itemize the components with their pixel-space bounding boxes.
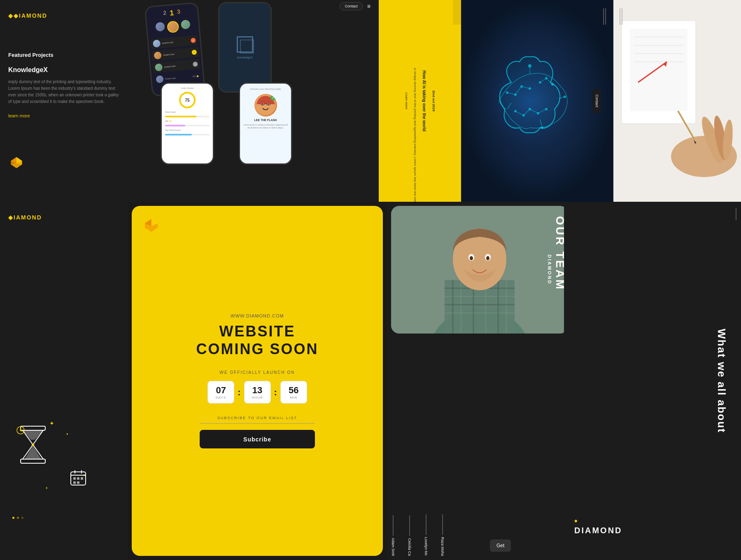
min-label: MIN (290, 396, 297, 399)
subscribe-button[interactable]: Subcribe (200, 430, 315, 448)
team-member-4: Raza Moha (440, 514, 445, 556)
min-count-box: 56 MIN (280, 381, 307, 404)
member-name-2: Ceicilia Ca (408, 538, 412, 556)
member-name-3: Lovelyn Mc (424, 537, 428, 556)
sparkle-star-1: ✦ (49, 420, 54, 427)
avatar-desc-text: Lorem ipsum is simply consectetur adipis… (242, 124, 289, 129)
svg-rect-31 (630, 29, 687, 111)
days-number: 07 (216, 385, 226, 396)
workspace-image (613, 0, 741, 202)
separator-2: : (274, 387, 277, 398)
our-team-title: OUR TEAM (553, 216, 564, 291)
vert-line-2 (605, 8, 606, 25)
calendar-icon (70, 469, 86, 486)
scroll-decoration (733, 202, 739, 560)
member-line-2 (409, 516, 410, 536)
center-apps-panel: Contact ≡ 2 1 3 (128, 0, 379, 202)
contact-button-nav[interactable]: Contact (340, 2, 363, 10)
dot-decorations (12, 517, 23, 519)
member-line-1 (393, 515, 394, 536)
member-line-3 (426, 514, 426, 535)
svg-rect-51 (77, 477, 79, 480)
dot-1 (12, 517, 14, 519)
bottom-logo-diamond-icon: ◆ (8, 214, 14, 221)
svg-point-58 (20, 429, 21, 431)
countdown-timer: 07 DAYS : 13 HOUR : 56 MIN (207, 381, 307, 404)
vertical-lines-far (620, 8, 622, 25)
get-button[interactable]: Get (490, 539, 511, 552)
svg-point-79 (486, 256, 489, 260)
featured-label: Featured Projects (8, 52, 119, 58)
team-photo-card: DIAMOND (391, 206, 564, 334)
left-panel: ◆◆IAMOND Featured Projects KnowledgeX im… (0, 0, 128, 202)
svg-rect-54 (77, 481, 79, 484)
yellow-corner-accent (453, 0, 461, 25)
hours-label: HOUR (252, 396, 263, 399)
lb-row-3: student.User 3 (153, 59, 200, 73)
hours-count-box: 13 HOUR (244, 381, 271, 404)
cs-launch-label: WE OFFICIALLY LAUNCH ON (220, 370, 295, 375)
tech-background: Contact (461, 0, 613, 202)
about-logo-dot: ◆ (574, 516, 622, 524)
blog-text-vertical: 2/nd oct 2019 How AI is taking over the … (404, 68, 436, 134)
vert-line-far-1 (620, 8, 620, 25)
member-line-4 (442, 514, 443, 535)
hours-number: 13 (252, 385, 262, 396)
svg-point-45 (32, 443, 34, 446)
phone-progress: Unity Quest 75 Daily Quest 209 ⭐ Top Per… (161, 82, 214, 165)
lb-row-2: student.User 1 (151, 47, 199, 61)
separator-1: : (238, 387, 240, 398)
svg-point-27 (564, 96, 566, 98)
app-icon (237, 36, 253, 53)
team-member-1: Adam Smit (391, 515, 395, 556)
hourglass-area: ✦ ✦ ✦ ✦ (16, 424, 91, 486)
app-name-label: knowledgeX (237, 56, 253, 59)
progress-circle: 75 (179, 92, 196, 108)
member-name-4: Raza Moha (440, 537, 445, 556)
svg-rect-52 (81, 477, 83, 480)
diamond-rotated-card-label: DIAMOND (547, 254, 552, 285)
contact-rotated-button-top[interactable]: Contact (592, 88, 601, 113)
lb-row-1: student.User 4 (151, 35, 198, 49)
blog-title: How AI is taking over the world (421, 70, 427, 131)
learn-more-link[interactable]: learn more (8, 113, 30, 118)
coming-soon-panel: WWW.DIAMOND.COM WEBSITE COMING SOON WE O… (132, 206, 383, 556)
brain-circuit-visual (461, 29, 602, 173)
vert-line-far-2 (622, 8, 622, 25)
cs-title: WEBSITE COMING SOON (196, 322, 318, 358)
hamburger-icon[interactable]: ≡ (367, 3, 370, 9)
svg-rect-44 (21, 459, 45, 463)
vertical-lines-top (603, 8, 606, 25)
min-number: 56 (289, 385, 298, 396)
svg-rect-50 (73, 477, 76, 480)
small-clock-icon (16, 426, 25, 434)
vert-line-1 (603, 8, 604, 25)
member-name-1: Adam Smit (391, 538, 395, 556)
workspace-panel (613, 0, 741, 202)
get-button-area: Get (490, 539, 511, 552)
dot-3 (21, 517, 23, 519)
bottom-logo: ◆IAMOND (8, 214, 119, 221)
bottom-left-panel: ◆IAMOND ✦ ✦ ✦ ✦ (0, 202, 128, 560)
blog-panel: 2/nd oct 2019 How AI is taking over the … (379, 0, 461, 202)
about-logo-dot-icon: ◆ (574, 518, 578, 523)
email-input-line[interactable] (200, 423, 315, 424)
days-count-box: 07 DAYS (207, 381, 234, 404)
svg-rect-53 (73, 481, 76, 484)
team-section: DIAMOND OUR TEAM Adam Smit Ceicilia Ca L… (387, 202, 564, 560)
sparkle-star-2: ✦ (66, 432, 69, 436)
about-diamond-logo: ◆ DIAMOND (574, 516, 622, 535)
project-title: KnowledgeX (8, 66, 119, 74)
cs-url: WWW.DIAMOND.COM (231, 313, 284, 318)
project-desc: imply dummy text of the printing and typ… (8, 79, 119, 105)
blog-learn-more[interactable]: Learn more (404, 93, 409, 110)
tech-panel: Contact (461, 0, 613, 202)
blog-date: 2/nd oct 2019 (431, 91, 436, 112)
avatar-name-label: LEE THE FLASH (254, 119, 277, 121)
top-section: ◆◆IAMOND Featured Projects KnowledgeX im… (0, 0, 741, 202)
phone-dark-icon: knowledgeX (218, 2, 272, 93)
sparkle-star-4: ✦ (45, 486, 48, 490)
avatar-circle: ✓ (254, 94, 277, 117)
svg-point-78 (470, 256, 473, 260)
dot-2 (17, 517, 19, 519)
